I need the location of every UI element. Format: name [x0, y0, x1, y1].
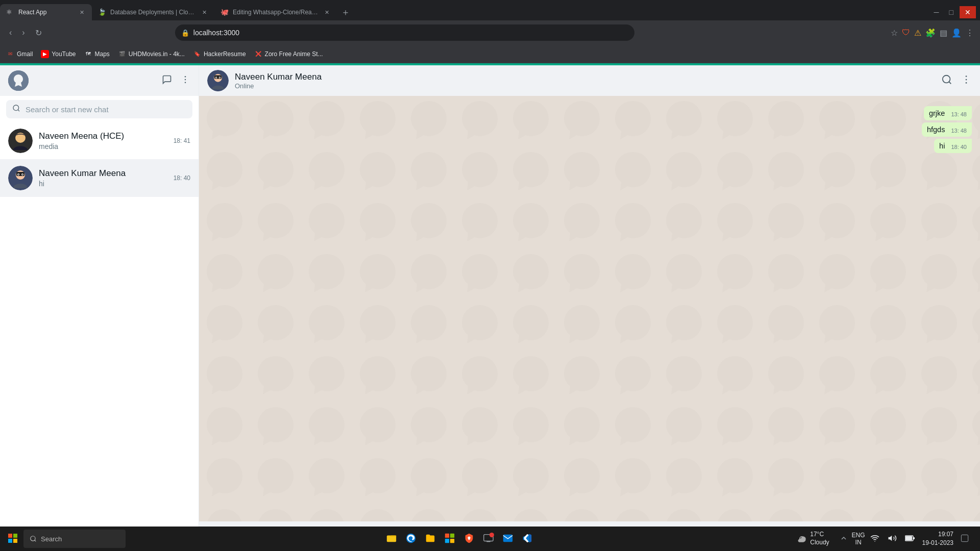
bookmark-hackerresume[interactable]: 🔖 HackerResume: [193, 50, 246, 58]
file-explorer-icon: [386, 533, 397, 544]
svg-point-13: [18, 174, 19, 175]
svg-rect-52: [905, 536, 912, 540]
mail-icon: [502, 533, 513, 544]
tab-bar-controls: ─ □ ✕: [930, 6, 980, 18]
taskbar-brave[interactable]: [460, 531, 478, 547]
taskbar: Search: [0, 527, 980, 551]
bookmark-uhdmovies[interactable]: 🎬 UHDMovies.in - 4k...: [118, 50, 185, 58]
hackerresume-favicon: 🔖: [193, 50, 201, 58]
volume-icon[interactable]: [885, 532, 900, 546]
reload-button[interactable]: ↻: [32, 26, 45, 40]
user-avatar[interactable]: [8, 70, 29, 91]
svg-point-3: [185, 82, 186, 83]
svg-rect-35: [13, 539, 17, 543]
back-button[interactable]: ‹: [6, 26, 15, 39]
brave-shield-icon[interactable]: 🛡: [902, 28, 910, 37]
chat-item-naveen-kumar[interactable]: Naveen Kumar Meena hi 18: 40: [0, 160, 199, 197]
brave-icon: [463, 533, 475, 544]
taskbar-vscode[interactable]: [519, 531, 536, 547]
new-tab-button[interactable]: ＋: [337, 6, 354, 18]
start-button[interactable]: [4, 532, 21, 546]
svg-point-14: [22, 174, 23, 175]
bookmark-youtube[interactable]: ▶ YouTube: [41, 50, 76, 58]
tab-close-3[interactable]: ✕: [323, 8, 331, 16]
tab-github[interactable]: 🐙 Editing Whatsapp-Clone/Readme.md ✕: [214, 4, 337, 20]
taskbar-edge[interactable]: [402, 531, 420, 547]
tray-chevron[interactable]: [838, 533, 850, 545]
maximize-button[interactable]: □: [945, 6, 958, 18]
zoro-favicon: ❌: [254, 50, 262, 58]
message-hfgds: hfgds 13: 48: [922, 122, 972, 137]
menu-icon[interactable]: ⋮: [966, 28, 974, 38]
extensions-icon[interactable]: 🧩: [925, 28, 936, 38]
store-icon: [444, 533, 455, 544]
warning-icon[interactable]: ⚠: [914, 28, 921, 38]
tab-react-app[interactable]: ⚛ React App ✕: [0, 4, 92, 20]
search-input[interactable]: [26, 105, 186, 114]
bookmark-zoro[interactable]: ❌ Zoro Free Anime St...: [254, 50, 323, 58]
chat-avatar-2: [8, 166, 33, 190]
bookmark-maps-label: Maps: [95, 51, 110, 58]
address-bar: ‹ › ↻ 🔒 localhost:3000 ☆ 🛡 ⚠ 🧩 ▤ 👤 ⋮: [0, 20, 980, 45]
taskbar-mail[interactable]: [499, 531, 517, 547]
search-chat-button[interactable]: [941, 74, 952, 88]
url-text: localhost:3000: [193, 29, 628, 37]
profile-icon[interactable]: 👤: [951, 28, 962, 38]
taskbar-screen-record[interactable]: [480, 531, 497, 547]
svg-rect-47: [503, 534, 512, 542]
svg-point-36: [31, 536, 35, 541]
weather-widget[interactable]: 17°C Cloudy: [793, 529, 833, 548]
taskbar-search[interactable]: Search: [23, 530, 126, 548]
svg-line-23: [949, 82, 951, 84]
chat-header: Naveen Kumar Meena Online: [199, 65, 980, 96]
folder-icon: [425, 533, 436, 544]
notification-center[interactable]: [958, 532, 972, 546]
tab-close-2[interactable]: ✕: [200, 8, 208, 16]
svg-point-26: [966, 82, 967, 84]
minimize-button[interactable]: ─: [930, 6, 943, 18]
close-button[interactable]: ✕: [960, 6, 976, 18]
taskbar-search-icon: [30, 535, 37, 542]
taskbar-store[interactable]: [441, 531, 458, 547]
menu-dots-button[interactable]: [180, 74, 190, 87]
message-row-2: hfgds 13: 48: [927, 126, 967, 134]
notification-icon: [961, 534, 969, 542]
clock-time: 19:07: [922, 530, 953, 539]
search-input-wrap: [6, 100, 192, 118]
bookmark-icon[interactable]: ☆: [891, 28, 898, 38]
chat-time-1: 18: 41: [174, 137, 190, 144]
chat-item-naveen-hce[interactable]: Naveen Meena (HCE) media 18: 41: [0, 122, 199, 160]
taskbar-files[interactable]: [422, 531, 439, 547]
bookmark-maps[interactable]: 🗺 Maps: [84, 50, 110, 58]
svg-point-49: [874, 541, 875, 542]
maps-favicon: 🗺: [84, 50, 92, 58]
battery-icon[interactable]: [902, 533, 918, 545]
chat-menu-button[interactable]: [961, 74, 972, 88]
active-chat-avatar[interactable]: [207, 70, 229, 91]
taskbar-file-explorer[interactable]: [383, 531, 400, 547]
weather-icon: [797, 534, 807, 544]
language-indicator[interactable]: ENGIN: [852, 532, 865, 546]
chat-icon: [162, 74, 172, 85]
search-icon: [12, 104, 20, 114]
new-chat-button[interactable]: [162, 74, 172, 87]
weather-condition: Cloudy: [810, 539, 829, 547]
message-grjke: grjke 13: 48: [924, 106, 972, 120]
gmail-favicon: ✉: [6, 50, 14, 58]
message-time-2: 13: 48: [951, 128, 967, 134]
svg-rect-53: [913, 537, 915, 539]
tab-mongodb[interactable]: 🍃 Database Deployments | Cloud: Mon... ✕: [92, 4, 214, 20]
chat-meta-2: 18: 40: [174, 174, 190, 182]
bookmark-hackerresume-label: HackerResume: [204, 51, 246, 58]
tab-close-1[interactable]: ✕: [78, 8, 86, 16]
sidebar-icon[interactable]: ▤: [940, 28, 947, 38]
bookmark-gmail[interactable]: ✉ Gmail: [6, 50, 33, 58]
speaker-icon: [888, 534, 897, 543]
forward-button[interactable]: ›: [19, 26, 28, 39]
url-bar[interactable]: 🔒 localhost:3000: [175, 24, 634, 41]
taskbar-clock[interactable]: 19:07 19-01-2023: [922, 530, 953, 547]
message-time-3: 18: 40: [951, 144, 967, 150]
wifi-icon[interactable]: [867, 532, 883, 546]
svg-point-22: [943, 75, 950, 83]
tab-favicon-3: 🐙: [220, 8, 229, 16]
